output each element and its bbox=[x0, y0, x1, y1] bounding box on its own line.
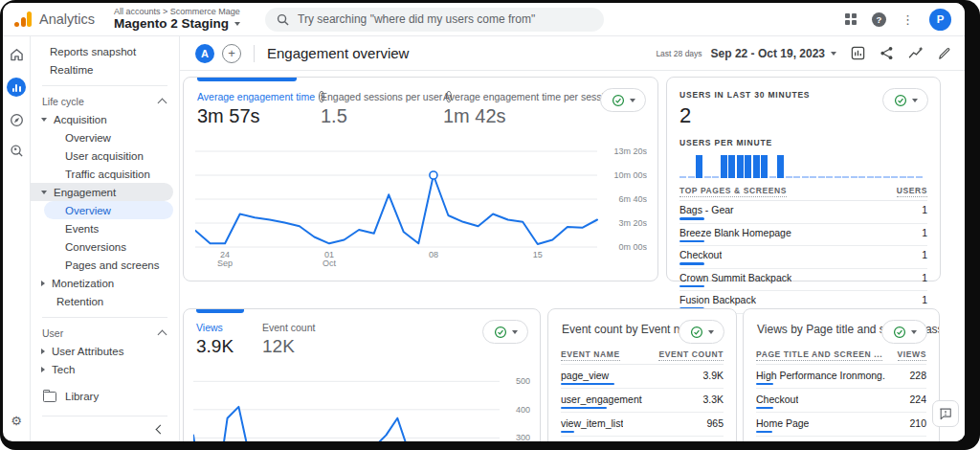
chevron-down-icon bbox=[912, 99, 918, 102]
minute-bar bbox=[777, 155, 784, 178]
metric-selector-dropdown[interactable] bbox=[881, 320, 927, 344]
svg-text:Oct: Oct bbox=[323, 259, 337, 268]
explore-icon[interactable] bbox=[10, 113, 24, 127]
report-avatar[interactable]: A bbox=[195, 44, 214, 63]
table-row[interactable]: Crown Summit Backpack 1 bbox=[679, 269, 927, 292]
edit-icon[interactable] bbox=[938, 47, 951, 60]
minute-dash bbox=[802, 176, 809, 178]
column-header[interactable]: PAGE TITLE AND SCREEN ... bbox=[756, 349, 882, 361]
help-icon[interactable]: ? bbox=[872, 12, 886, 27]
metric-selector-dropdown[interactable] bbox=[600, 88, 646, 112]
table-row[interactable]: High Performance Ironmong... 228 bbox=[756, 365, 926, 389]
more-menu-icon[interactable]: ⋮ bbox=[902, 13, 914, 26]
table-row[interactable]: Checkout 224 bbox=[756, 389, 926, 413]
sidebar-item-engagement[interactable]: Engagement bbox=[31, 183, 173, 201]
add-comparison-button[interactable]: + bbox=[222, 44, 241, 63]
minute-dash bbox=[769, 176, 776, 178]
search-input[interactable]: Try searching "where did my users come f… bbox=[265, 8, 604, 32]
column-header[interactable]: TOP PAGES & SCREENS bbox=[679, 186, 787, 197]
sidebar-item-user-attributes[interactable]: User Attributes bbox=[31, 342, 179, 360]
row-bar bbox=[756, 431, 772, 434]
collapse-sidebar-button[interactable] bbox=[31, 416, 179, 441]
minute-dash bbox=[891, 176, 898, 178]
chevron-down-icon bbox=[512, 330, 518, 334]
column-header[interactable]: EVENT COUNT bbox=[658, 349, 724, 361]
minute-bar bbox=[721, 155, 727, 178]
sidebar-item-user-acquisition[interactable]: User acquisition bbox=[31, 146, 179, 165]
metric-tab-avg-engagement-time-per-session[interactable]: Average engagement time per session 1m 4… bbox=[443, 91, 615, 127]
tab-views[interactable]: Views 3.9K bbox=[196, 322, 249, 357]
metric-tab-avg-engagement-time[interactable]: Average engagement time? 3m 57s bbox=[197, 91, 321, 127]
admin-gear-icon[interactable]: ⚙ bbox=[11, 414, 22, 428]
table-row[interactable]: Bags - Gear 1 bbox=[679, 201, 927, 224]
account-switcher[interactable]: All accounts > Scommerce Mage Magento 2 … bbox=[114, 8, 240, 32]
divider bbox=[42, 317, 167, 318]
table-row[interactable]: page_view 3.9K bbox=[561, 365, 724, 389]
metric-selector-dropdown[interactable] bbox=[482, 320, 528, 344]
column-header[interactable]: VIEWS bbox=[898, 349, 926, 361]
sidebar-item-acquisition-overview[interactable]: Overview bbox=[31, 128, 179, 146]
metric-selector-dropdown[interactable] bbox=[679, 320, 724, 344]
reports-icon[interactable] bbox=[7, 78, 26, 97]
minute-bar bbox=[761, 155, 768, 178]
active-tab-indicator bbox=[196, 309, 244, 313]
sidebar-item-library[interactable]: Library bbox=[31, 384, 179, 409]
events-table: page_view 3.9K user_engagement 3.3K bbox=[561, 365, 724, 441]
event-name: user_engagement bbox=[561, 394, 642, 405]
minute-dash bbox=[712, 176, 719, 178]
sidebar-item-traffic-acquisition[interactable]: Traffic acquisition bbox=[31, 165, 179, 183]
share-icon[interactable] bbox=[880, 46, 894, 60]
table-row[interactable]: Breeze Blank Homepage 1 bbox=[679, 224, 927, 247]
sidebar-item-pages-and-screens[interactable]: Pages and screens bbox=[31, 256, 179, 274]
table-row[interactable]: Sundberg America - 800-621... 203 bbox=[756, 437, 926, 441]
customize-report-icon[interactable] bbox=[851, 46, 865, 60]
app-bar: Analytics All accounts > Scommerce Mage … bbox=[3, 3, 965, 36]
insights-icon[interactable] bbox=[908, 46, 924, 60]
report-content: Average engagement time? 3m 57s Engaged … bbox=[180, 71, 965, 441]
page-title: Checkout bbox=[756, 394, 798, 405]
advertising-icon[interactable] bbox=[10, 144, 24, 158]
chevron-down-icon bbox=[708, 330, 714, 334]
home-icon[interactable] bbox=[10, 48, 24, 61]
sidebar-section-life-cycle[interactable]: Life cycle bbox=[31, 93, 179, 110]
svg-text:10m 00s: 10m 00s bbox=[613, 170, 647, 180]
page-title: High Performance Ironmong... bbox=[756, 370, 885, 381]
tab-event-count[interactable]: Event count 12K bbox=[262, 322, 315, 357]
sidebar-item-label: Acquisition bbox=[54, 114, 107, 125]
svg-text:13m 20s: 13m 20s bbox=[613, 146, 647, 156]
sidebar-item-monetization[interactable]: Monetization bbox=[31, 274, 179, 292]
table-row[interactable]: user_engagement 3.3K bbox=[561, 389, 724, 413]
event-name: page_view bbox=[561, 370, 614, 381]
table-row[interactable]: Checkout 1 bbox=[679, 246, 927, 269]
sidebar-item-realtime[interactable]: Realtime bbox=[31, 60, 179, 79]
feedback-button[interactable] bbox=[932, 400, 959, 427]
date-range-picker[interactable]: Last 28 days Sep 22 - Oct 19, 2023 bbox=[656, 47, 836, 60]
check-circle-icon bbox=[690, 326, 703, 339]
sidebar-item-retention[interactable]: Retention bbox=[31, 292, 179, 310]
table-row[interactable]: scroll 800 bbox=[561, 437, 724, 441]
table-row[interactable]: view_item_list 965 bbox=[561, 413, 724, 437]
metric-tab-engaged-sessions-per-user[interactable]: Engaged sessions per user? 1.5 bbox=[321, 91, 443, 127]
table-row[interactable]: Home Page 210 bbox=[756, 413, 926, 437]
sidebar-item-reports-snapshot[interactable]: Reports snapshot bbox=[31, 42, 179, 60]
column-header[interactable]: USERS bbox=[897, 186, 927, 197]
minute-dash bbox=[688, 176, 695, 178]
apps-grid-icon[interactable] bbox=[845, 13, 857, 25]
views-count: 210 bbox=[909, 417, 926, 429]
sidebar-item-conversions[interactable]: Conversions bbox=[31, 237, 179, 256]
chevron-down-icon bbox=[911, 330, 917, 334]
sidebar-item-acquisition[interactable]: Acquisition bbox=[31, 110, 179, 128]
analytics-logo[interactable]: Analytics bbox=[3, 11, 104, 28]
metric-selector-dropdown[interactable] bbox=[882, 88, 928, 112]
sidebar-section-user[interactable]: User bbox=[31, 325, 179, 342]
minute-bar bbox=[753, 155, 760, 178]
sidebar-item-label: Realtime bbox=[50, 64, 93, 76]
sidebar-item-engagement-overview[interactable]: Overview bbox=[44, 201, 173, 219]
user-avatar[interactable]: P bbox=[929, 9, 951, 31]
caret-down-icon bbox=[41, 118, 47, 122]
column-header[interactable]: EVENT NAME bbox=[561, 349, 620, 361]
sidebar-item-tech[interactable]: Tech bbox=[31, 360, 179, 378]
sidebar-item-events[interactable]: Events bbox=[31, 219, 179, 237]
views-count: 224 bbox=[909, 394, 926, 405]
events-table-header: EVENT NAME EVENT COUNT bbox=[561, 349, 724, 365]
